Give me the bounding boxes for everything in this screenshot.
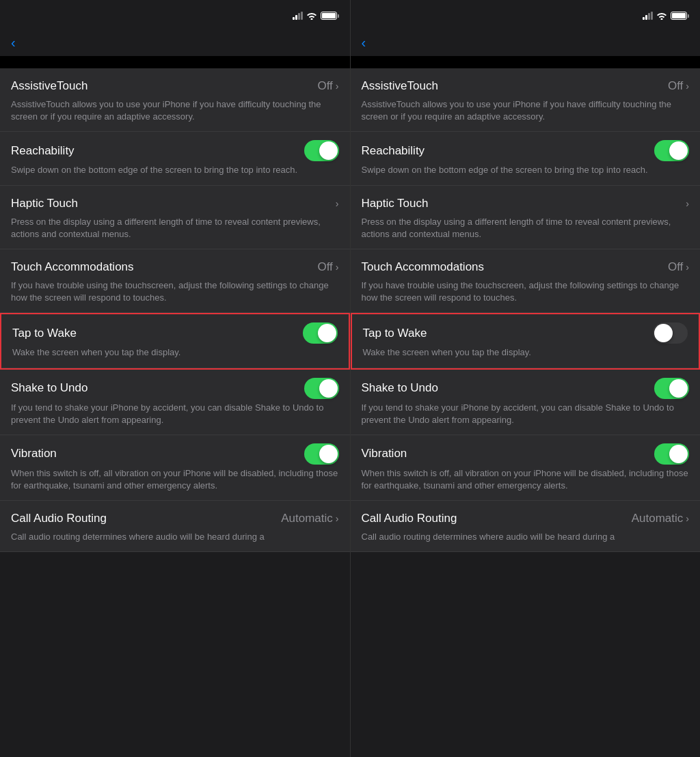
setting-value-text-assistive-touch-right: Off	[668, 79, 683, 93]
setting-value-text-touch-accommodations-left: Off	[317, 260, 332, 274]
setting-desc-haptic-touch-right: Press on the display using a different l…	[362, 216, 690, 240]
settings-list-right: AssistiveTouchOff›AssistiveTouch allows …	[351, 56, 701, 757]
right-panel: ‹ AssistiveTouchOff›AssistiveTouch allow…	[351, 0, 701, 757]
highlight-box-right: Tap to WakeWake the screen when you tap …	[351, 313, 701, 369]
setting-item-assistive-touch-left[interactable]: AssistiveTouchOff›AssistiveTouch allows …	[0, 68, 350, 132]
setting-item-vibration-left[interactable]: VibrationWhen this switch is off, all vi…	[0, 435, 350, 501]
wifi-icon-left	[306, 12, 317, 20]
setting-value-haptic-touch-left: ›	[336, 198, 339, 209]
setting-row-haptic-touch-right: Haptic Touch›	[362, 194, 690, 213]
setting-row-assistive-touch-right: AssistiveTouchOff›	[362, 77, 690, 96]
setting-desc-shake-to-undo-right: If you tend to shake your iPhone by acci…	[362, 402, 690, 426]
setting-item-vibration-right[interactable]: VibrationWhen this switch is off, all vi…	[351, 435, 701, 501]
status-bar-right	[351, 0, 701, 30]
setting-item-call-audio-routing-right[interactable]: Call Audio RoutingAutomatic›Call audio r…	[351, 501, 701, 552]
setting-item-reachability-right[interactable]: ReachabilitySwipe down on the bottom edg…	[351, 132, 701, 185]
setting-desc-touch-accommodations-right: If you have trouble using the touchscree…	[362, 279, 690, 304]
setting-value-assistive-touch-left: Off›	[317, 79, 338, 93]
settings-items-left: AssistiveTouchOff›AssistiveTouch allows …	[0, 68, 350, 552]
setting-label-call-audio-routing-right: Call Audio Routing	[362, 512, 457, 525]
toggle-thumb-reachability-left	[319, 141, 338, 160]
setting-value-text-touch-accommodations-right: Off	[668, 260, 683, 274]
toggle-tap-to-wake-right[interactable]	[653, 322, 688, 344]
setting-item-reachability-left[interactable]: ReachabilitySwipe down on the bottom edg…	[0, 132, 350, 185]
setting-desc-tap-to-wake-right: Wake the screen when you tap the display…	[363, 346, 688, 359]
setting-row-tap-to-wake-left: Tap to Wake	[12, 322, 338, 344]
section-gap-left	[0, 56, 350, 68]
toggle-shake-to-undo-left[interactable]	[304, 378, 339, 399]
setting-value-touch-accommodations-left: Off›	[317, 260, 338, 274]
setting-item-touch-accommodations-right[interactable]: Touch AccommodationsOff›If you have trou…	[351, 249, 701, 313]
setting-desc-reachability-left: Swipe down on the bottom edge of the scr…	[11, 164, 339, 176]
signal-icon-right	[643, 12, 653, 20]
setting-label-touch-accommodations-right: Touch Accommodations	[362, 260, 485, 274]
setting-value-haptic-touch-right: ›	[686, 198, 689, 209]
nav-bar-right: ‹	[351, 30, 701, 56]
setting-desc-touch-accommodations-left: If you have trouble using the touchscree…	[11, 279, 339, 304]
chevron-right-icon-assistive-touch-left: ›	[336, 81, 339, 92]
toggle-vibration-right[interactable]	[654, 443, 689, 465]
setting-label-tap-to-wake-left: Tap to Wake	[12, 327, 77, 340]
toggle-vibration-left[interactable]	[304, 443, 339, 465]
setting-value-assistive-touch-right: Off›	[668, 79, 689, 93]
setting-desc-shake-to-undo-left: If you tend to shake your iPhone by acci…	[11, 402, 339, 426]
toggle-reachability-left[interactable]	[304, 140, 339, 161]
setting-desc-call-audio-routing-right: Call audio routing determines where audi…	[362, 531, 690, 543]
setting-item-haptic-touch-right[interactable]: Haptic Touch›Press on the display using …	[351, 186, 701, 249]
setting-item-touch-accommodations-left[interactable]: Touch AccommodationsOff›If you have trou…	[0, 249, 350, 313]
status-bar-left	[0, 0, 350, 30]
settings-list-left: AssistiveTouchOff›AssistiveTouch allows …	[0, 56, 350, 757]
chevron-left-icon-left: ‹	[11, 36, 16, 49]
nav-bar-left: ‹	[0, 30, 350, 56]
setting-desc-assistive-touch-right: AssistiveTouch allows you to use your iP…	[362, 98, 690, 123]
setting-label-shake-to-undo-left: Shake to Undo	[11, 381, 88, 395]
setting-desc-haptic-touch-left: Press on the display using a different l…	[11, 216, 339, 240]
setting-label-haptic-touch-right: Haptic Touch	[362, 197, 429, 210]
battery-icon-left	[321, 12, 339, 20]
toggle-thumb-tap-to-wake-right	[654, 324, 673, 342]
setting-value-text-call-audio-routing-left: Automatic	[281, 512, 333, 525]
setting-label-assistive-touch-left: AssistiveTouch	[11, 79, 88, 93]
back-button-left[interactable]: ‹	[11, 36, 18, 49]
toggle-reachability-right[interactable]	[654, 140, 689, 161]
setting-label-haptic-touch-left: Haptic Touch	[11, 197, 78, 210]
setting-row-reachability-right: Reachability	[362, 140, 690, 161]
setting-label-touch-accommodations-left: Touch Accommodations	[11, 260, 134, 274]
setting-row-haptic-touch-left: Haptic Touch›	[11, 194, 339, 213]
setting-item-tap-to-wake-left[interactable]: Tap to WakeWake the screen when you tap …	[1, 314, 349, 368]
setting-label-shake-to-undo-right: Shake to Undo	[362, 381, 438, 395]
setting-item-call-audio-routing-left[interactable]: Call Audio RoutingAutomatic›Call audio r…	[0, 501, 350, 552]
setting-label-tap-to-wake-right: Tap to Wake	[363, 327, 427, 340]
setting-desc-vibration-left: When this switch is off, all vibration o…	[11, 467, 339, 492]
chevron-right-icon-call-audio-routing-right: ›	[686, 513, 689, 524]
chevron-left-icon-right: ‹	[362, 36, 366, 49]
setting-label-call-audio-routing-left: Call Audio Routing	[11, 512, 107, 525]
setting-desc-vibration-right: When this switch is off, all vibration o…	[362, 467, 690, 492]
setting-row-shake-to-undo-left: Shake to Undo	[11, 378, 339, 399]
setting-item-assistive-touch-right[interactable]: AssistiveTouchOff›AssistiveTouch allows …	[351, 68, 701, 132]
toggle-thumb-vibration-left	[319, 445, 338, 463]
setting-row-touch-accommodations-right: Touch AccommodationsOff›	[362, 258, 690, 277]
setting-label-assistive-touch-right: AssistiveTouch	[362, 79, 438, 93]
setting-desc-call-audio-routing-left: Call audio routing determines where audi…	[11, 531, 339, 543]
toggle-tap-to-wake-left[interactable]	[303, 322, 338, 344]
left-panel: ‹ AssistiveTouchOff›AssistiveTouch allow…	[0, 0, 351, 757]
setting-item-shake-to-undo-left[interactable]: Shake to UndoIf you tend to shake your i…	[0, 370, 350, 435]
status-icons-right	[643, 12, 689, 20]
setting-row-vibration-right: Vibration	[362, 443, 690, 465]
toggle-thumb-tap-to-wake-left	[318, 324, 336, 342]
setting-value-call-audio-routing-right: Automatic›	[632, 512, 689, 525]
section-gap-right	[351, 56, 701, 68]
highlight-box-left: Tap to WakeWake the screen when you tap …	[0, 313, 350, 369]
setting-label-vibration-right: Vibration	[362, 447, 407, 460]
setting-value-text-assistive-touch-left: Off	[317, 79, 332, 93]
setting-item-tap-to-wake-right[interactable]: Tap to WakeWake the screen when you tap …	[352, 314, 699, 368]
setting-label-reachability-right: Reachability	[362, 144, 425, 158]
toggle-thumb-shake-to-undo-right	[669, 379, 688, 398]
setting-item-shake-to-undo-right[interactable]: Shake to UndoIf you tend to shake your i…	[351, 370, 701, 435]
chevron-right-icon-touch-accommodations-left: ›	[336, 262, 339, 273]
toggle-shake-to-undo-right[interactable]	[654, 378, 689, 399]
setting-row-tap-to-wake-right: Tap to Wake	[363, 322, 688, 344]
setting-item-haptic-touch-left[interactable]: Haptic Touch›Press on the display using …	[0, 186, 350, 249]
back-button-right[interactable]: ‹	[362, 36, 368, 49]
